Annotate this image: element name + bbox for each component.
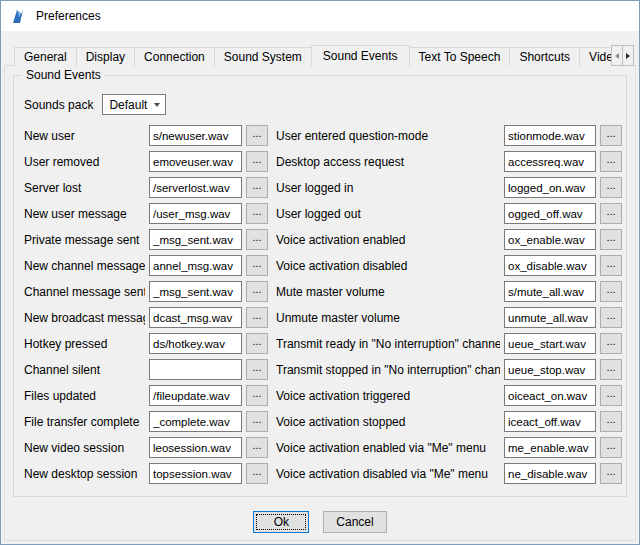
tab-video[interactable]: Video — [579, 47, 613, 66]
sound-file-input[interactable] — [149, 151, 242, 172]
browse-button[interactable]: ... — [600, 229, 622, 250]
browse-button[interactable]: ... — [246, 255, 268, 276]
sound-event-label: New user — [24, 129, 145, 143]
sound-event-label: Mute master volume — [276, 285, 500, 299]
browse-button[interactable]: ... — [600, 151, 622, 172]
sound-file-input[interactable] — [149, 333, 242, 354]
sounds-pack-row: Sounds pack Default — [24, 94, 620, 115]
window-title: Preferences — [36, 9, 101, 23]
sound-event-row: User logged out ... — [276, 203, 622, 224]
preferences-dialog: Preferences General Display Connection S… — [0, 0, 640, 545]
sound-file-input[interactable] — [504, 281, 596, 302]
sound-event-row: New desktop session ... — [24, 463, 268, 484]
tab-label: Connection — [144, 50, 205, 64]
sound-file-input[interactable] — [149, 203, 242, 224]
sound-event-row: New broadcast message ... — [24, 307, 268, 328]
browse-button[interactable]: ... — [600, 463, 622, 484]
sound-file-input[interactable] — [504, 463, 596, 484]
sound-file-input[interactable] — [149, 125, 242, 146]
sound-file-input[interactable] — [504, 177, 596, 198]
sound-event-label: Voice activation enabled via "Me" menu — [276, 441, 500, 455]
tab-sound-events[interactable]: Sound Events — [311, 45, 410, 66]
chevron-down-icon — [154, 103, 160, 107]
dialog-buttons: Ok Cancel — [5, 511, 635, 533]
title-bar[interactable]: Preferences — [1, 1, 639, 31]
sound-file-input[interactable] — [149, 359, 242, 380]
tab-scroll-right-button[interactable] — [622, 45, 634, 66]
browse-button[interactable]: ... — [246, 177, 268, 198]
tab-connection[interactable]: Connection — [134, 47, 215, 66]
browse-button[interactable]: ... — [600, 177, 622, 198]
tab-label: General — [24, 50, 67, 64]
browse-button[interactable]: ... — [246, 281, 268, 302]
browse-button[interactable]: ... — [600, 333, 622, 354]
browse-button[interactable]: ... — [246, 229, 268, 250]
sound-file-input[interactable] — [149, 411, 242, 432]
sounds-pack-select[interactable]: Default — [102, 94, 166, 115]
sound-event-label: Channel silent — [24, 363, 145, 377]
sound-file-input[interactable] — [504, 203, 596, 224]
sound-file-input[interactable] — [504, 359, 596, 380]
sound-event-label: Unmute master volume — [276, 311, 500, 325]
sound-event-label: Transmit stopped in "No interruption" ch… — [276, 363, 500, 377]
sound-file-input[interactable] — [504, 437, 596, 458]
sound-event-row: User removed ... — [24, 151, 268, 172]
browse-button[interactable]: ... — [600, 203, 622, 224]
sound-file-input[interactable] — [149, 385, 242, 406]
browse-button[interactable]: ... — [600, 307, 622, 328]
browse-button[interactable]: ... — [600, 437, 622, 458]
browse-button[interactable]: ... — [246, 333, 268, 354]
sound-event-label: Voice activation enabled — [276, 233, 500, 247]
browse-button[interactable]: ... — [600, 359, 622, 380]
sound-file-input[interactable] — [504, 307, 596, 328]
sound-event-row: Unmute master volume ... — [276, 307, 622, 328]
sound-file-input[interactable] — [504, 229, 596, 250]
sound-events-column-right: User entered question-mode ... Desktop a… — [276, 125, 622, 484]
tab-display[interactable]: Display — [76, 47, 135, 66]
sound-file-input[interactable] — [149, 463, 242, 484]
sound-file-input[interactable] — [149, 281, 242, 302]
browse-button[interactable]: ... — [600, 281, 622, 302]
browse-button[interactable]: ... — [246, 359, 268, 380]
browse-button[interactable]: ... — [246, 203, 268, 224]
browse-button[interactable]: ... — [246, 463, 268, 484]
tab-general[interactable]: General — [14, 47, 77, 66]
sound-file-input[interactable] — [149, 229, 242, 250]
sound-event-row: Server lost ... — [24, 177, 268, 198]
sound-event-row: Voice activation enabled via "Me" menu .… — [276, 437, 622, 458]
sound-file-input[interactable] — [149, 437, 242, 458]
sound-event-row: User logged in ... — [276, 177, 622, 198]
browse-button[interactable]: ... — [600, 255, 622, 276]
browse-button[interactable]: ... — [246, 385, 268, 406]
tab-sound-system[interactable]: Sound System — [214, 47, 312, 66]
browse-button[interactable]: ... — [600, 125, 622, 146]
sound-event-row: Voice activation stopped ... — [276, 411, 622, 432]
sound-event-label: New video session — [24, 441, 145, 455]
sound-file-input[interactable] — [504, 151, 596, 172]
sound-file-input[interactable] — [504, 125, 596, 146]
sound-event-row: File transfer complete ... — [24, 411, 268, 432]
sound-file-input[interactable] — [149, 307, 242, 328]
browse-button[interactable]: ... — [246, 151, 268, 172]
sound-event-label: New desktop session — [24, 467, 145, 481]
browse-button[interactable]: ... — [600, 411, 622, 432]
browse-button[interactable]: ... — [246, 411, 268, 432]
sound-file-input[interactable] — [504, 333, 596, 354]
sound-event-label: New user message — [24, 207, 145, 221]
sound-file-input[interactable] — [149, 255, 242, 276]
tab-text-to-speech[interactable]: Text To Speech — [409, 47, 511, 66]
cancel-button[interactable]: Cancel — [323, 511, 386, 533]
sound-file-input[interactable] — [504, 255, 596, 276]
sound-event-row: Desktop access request ... — [276, 151, 622, 172]
sound-file-input[interactable] — [149, 177, 242, 198]
tab-bar: General Display Connection Sound System … — [14, 44, 613, 66]
tab-shortcuts[interactable]: Shortcuts — [509, 47, 580, 66]
sound-file-input[interactable] — [504, 411, 596, 432]
sound-file-input[interactable] — [504, 385, 596, 406]
sound-events-columns: New user ... User removed ... Server los… — [24, 125, 620, 484]
browse-button[interactable]: ... — [600, 385, 622, 406]
browse-button[interactable]: ... — [246, 125, 268, 146]
browse-button[interactable]: ... — [246, 437, 268, 458]
ok-button[interactable]: Ok — [253, 511, 309, 533]
browse-button[interactable]: ... — [246, 307, 268, 328]
